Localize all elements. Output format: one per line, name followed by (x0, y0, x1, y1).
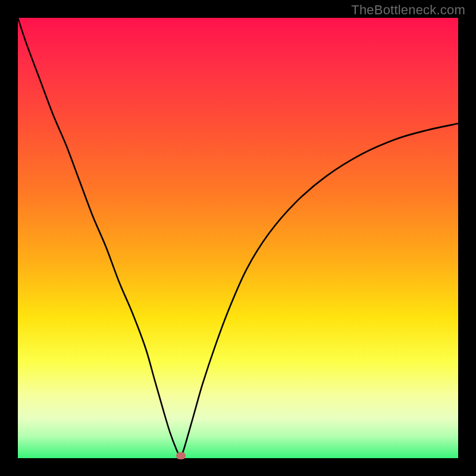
curve-left-branch (18, 18, 181, 458)
watermark-text: TheBottleneck.com (351, 2, 465, 18)
plot-overlay (18, 18, 458, 458)
minimum-marker (176, 452, 186, 459)
curve-right-branch (181, 124, 458, 458)
chart-frame: TheBottleneck.com (0, 0, 476, 476)
